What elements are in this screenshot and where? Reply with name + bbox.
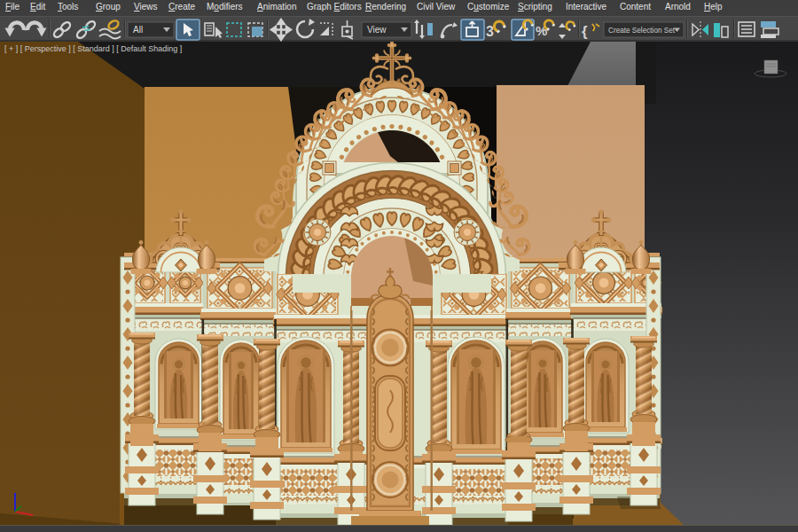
svg-text:3: 3 [486, 24, 494, 39]
svg-text:{: { [582, 23, 588, 40]
svg-text:View: View [367, 25, 387, 35]
svg-text:All: All [133, 25, 143, 35]
svg-text:Create Selection Set: Create Selection Set [608, 27, 676, 35]
